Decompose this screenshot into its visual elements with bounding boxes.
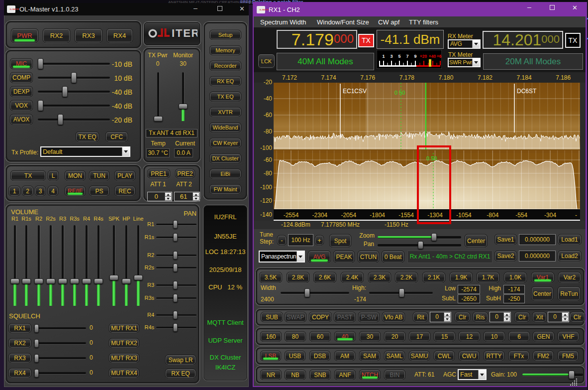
svg-text:9: 9 — [414, 54, 416, 59]
svg-text:EC1CSV: EC1CSV — [343, 88, 367, 95]
svg-text:+40: +40 — [429, 54, 436, 59]
svg-text:+60: +60 — [437, 54, 442, 59]
svg-text:5: 5 — [398, 54, 400, 59]
svg-text:ITER: ITER — [172, 27, 197, 39]
svg-text:+20: +20 — [420, 54, 427, 59]
svg-text:0 50: 0 50 — [394, 90, 405, 96]
svg-text:1: 1 — [382, 54, 385, 59]
svg-text:7: 7 — [406, 54, 408, 59]
svg-text:DC6ST: DC6ST — [517, 88, 537, 95]
svg-text:3: 3 — [390, 54, 392, 59]
